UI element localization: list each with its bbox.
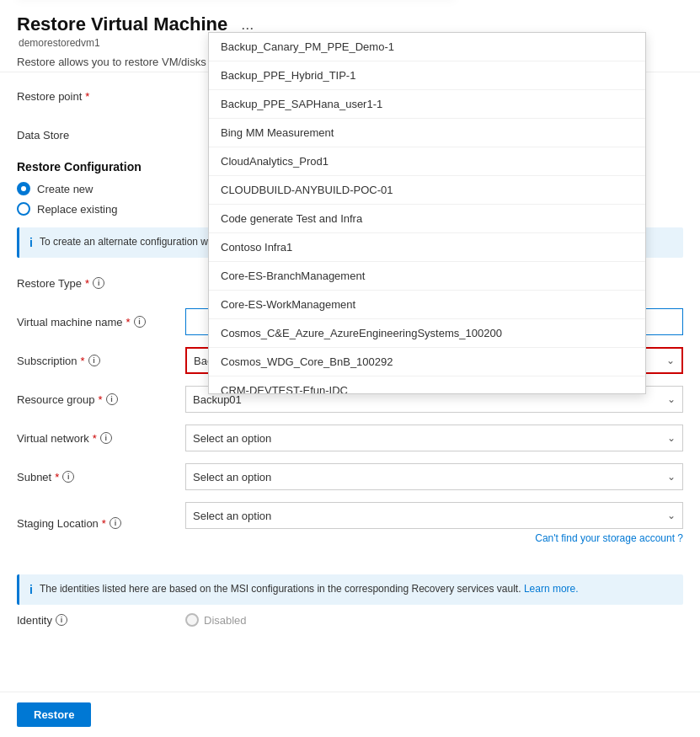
dropdown-item-5[interactable]: CLOUDBUILD-ANYBUILD-POC-01: [209, 176, 645, 205]
info-banner-icon: i: [29, 236, 33, 249]
identity-info-icon[interactable]: i: [56, 614, 67, 626]
restore-type-info-icon[interactable]: i: [93, 277, 104, 289]
resource-group-info-icon[interactable]: i: [106, 393, 118, 405]
restore-button[interactable]: Restore: [17, 702, 91, 727]
msi-banner: i The identities listed here are based o…: [17, 574, 683, 605]
identity-label: Identity i: [17, 614, 185, 627]
dropdown-item-8[interactable]: Core-ES-BranchManagement: [209, 262, 645, 291]
learn-more-link[interactable]: Learn more.: [524, 583, 579, 595]
subnet-row: Subnet * i Select an option ⌄: [17, 463, 683, 490]
vm-name-info-icon[interactable]: i: [134, 316, 146, 328]
subnet-control: Select an option ⌄: [185, 463, 683, 490]
dropdown-item-12[interactable]: CRM-DEVTEST-Efun-IDC: [209, 377, 645, 394]
dropdown-item-10[interactable]: Cosmos_C&E_Azure_AzureEngineeringSystems…: [209, 319, 645, 348]
subscription-info-icon[interactable]: i: [88, 355, 100, 366]
identity-row: Identity i Disabled: [17, 613, 683, 627]
required-star-3: *: [126, 316, 131, 328]
subnet-placeholder: Select an option: [193, 471, 271, 483]
dropdown-item-4[interactable]: CloudAnalytics_Prod1: [209, 147, 645, 176]
page-title: Restore Virtual Machine: [17, 13, 227, 35]
virtual-network-dropdown[interactable]: Select an option ⌄: [185, 425, 683, 451]
info-banner-text: To create an alternate configuration whe: [40, 236, 219, 248]
msi-banner-icon: i: [29, 583, 33, 596]
dropdown-item-2[interactable]: Backup_PPE_SAPHana_user1-1: [209, 90, 645, 119]
radio-replace-existing-label: Replace existing: [37, 203, 117, 216]
resource-group-value: Backup01: [193, 393, 242, 406]
staging-info-icon[interactable]: i: [110, 517, 121, 529]
identity-value-area: Disabled: [185, 613, 247, 627]
required-star-4: *: [81, 355, 85, 367]
subnet-label: Subnet * i: [17, 471, 185, 483]
radio-create-new-label: Create new: [37, 183, 93, 195]
subnet-chevron-icon: ⌄: [667, 471, 676, 483]
dropdown-item-9[interactable]: Core-ES-WorkManagement: [209, 291, 645, 319]
identity-value: Disabled: [204, 614, 247, 627]
virtual-network-label: Virtual network * i: [17, 432, 185, 445]
subscription-label: Subscription * i: [17, 355, 185, 367]
vm-name-label: Virtual machine name * i: [17, 316, 185, 328]
staging-location-row: Staging Location * i Select an option ⌄ …: [17, 502, 683, 544]
open-dropdown-list-container[interactable]: Backup_Canary_PM_PPE_Demo-1Backup_PPE_Hy…: [209, 33, 645, 394]
staging-chevron-icon: ⌄: [667, 510, 676, 521]
required-star-2: *: [85, 277, 89, 290]
required-star-5: *: [99, 393, 103, 406]
dropdown-item-3[interactable]: Bing MM Measurement: [209, 119, 645, 147]
staging-dropdown[interactable]: Select an option ⌄: [185, 502, 683, 529]
resource-group-label: Resource group * i: [17, 393, 185, 406]
open-dropdown-overlay[interactable]: Backup_Canary_PM_PPE_Demo-1Backup_PPE_Hy…: [208, 32, 646, 394]
virtual-network-control: Select an option ⌄: [185, 425, 683, 451]
required-star-6: *: [93, 432, 97, 445]
required-star-7: *: [55, 471, 59, 483]
dropdown-item-6[interactable]: Code generate Test and Infra: [209, 205, 645, 233]
restore-point-label: Restore point *: [17, 90, 185, 103]
virtual-network-placeholder: Select an option: [193, 432, 271, 445]
staging-location-label: Staging Location * i: [17, 517, 185, 530]
footer-bar: Restore: [0, 692, 700, 737]
required-star: *: [85, 90, 89, 103]
dropdown-item-7[interactable]: Contoso Infra1: [209, 233, 645, 262]
resource-group-chevron-icon: ⌄: [667, 393, 676, 405]
required-star-8: *: [102, 517, 106, 530]
subscription-chevron-icon: ⌄: [666, 355, 675, 366]
staging-placeholder: Select an option: [193, 510, 271, 522]
cant-find-link: Can't find your storage account ?: [185, 532, 683, 544]
virtual-network-chevron-icon: ⌄: [667, 432, 676, 444]
dropdown-items-container: Backup_Canary_PM_PPE_Demo-1Backup_PPE_Hy…: [209, 33, 645, 394]
dropdown-item-0[interactable]: Backup_Canary_PM_PPE_Demo-1: [209, 33, 645, 61]
dropdown-item-1[interactable]: Backup_PPE_Hybrid_TIP-1: [209, 61, 645, 90]
restore-type-label: Restore Type * i: [17, 277, 185, 290]
subnet-info-icon[interactable]: i: [62, 471, 74, 483]
subnet-dropdown[interactable]: Select an option ⌄: [185, 463, 683, 490]
page-container: Restore Virtual Machine ... demorestored…: [0, 0, 700, 737]
radio-replace-existing-circle[interactable]: [17, 202, 30, 216]
msi-banner-text: The identities listed here are based on …: [40, 583, 579, 595]
staging-control: Select an option ⌄ Can't find your stora…: [185, 502, 683, 544]
identity-disabled-radio: [185, 613, 199, 627]
cant-find-anchor[interactable]: Can't find your storage account ?: [535, 532, 683, 544]
virtual-network-info-icon[interactable]: i: [100, 432, 112, 444]
virtual-network-row: Virtual network * i Select an option ⌄: [17, 425, 683, 451]
data-store-label: Data Store: [17, 129, 185, 142]
dropdown-item-11[interactable]: Cosmos_WDG_Core_BnB_100292: [209, 348, 645, 377]
radio-create-new-circle[interactable]: [17, 182, 30, 195]
